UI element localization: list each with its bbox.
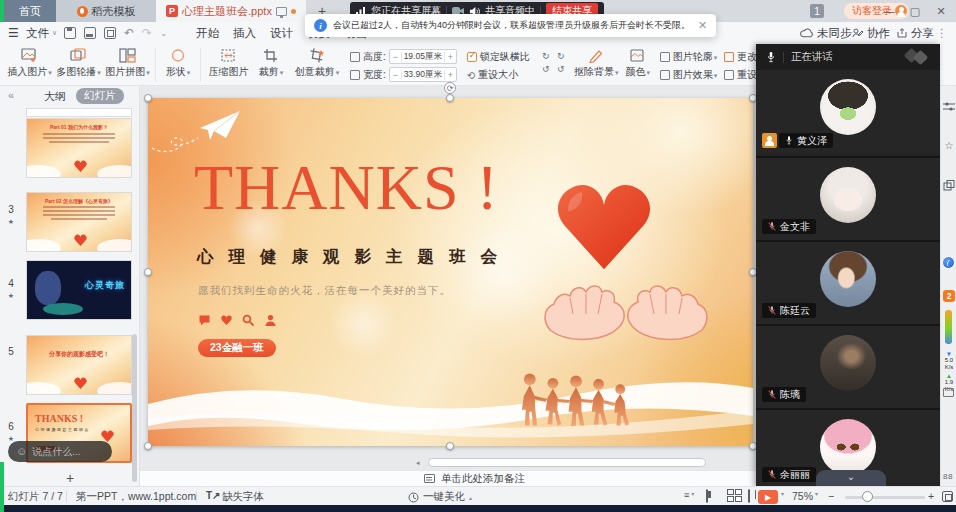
compress-picture-button[interactable]: 压缩图片 <box>205 47 252 79</box>
tab-document[interactable]: P 心理主题班会.pptx <box>156 0 306 22</box>
slideshow-play-button[interactable] <box>758 490 778 504</box>
customize-toolbar-icon[interactable]: ⌄ <box>160 29 167 38</box>
reading-view-button[interactable] <box>748 489 750 503</box>
button-label: 插入图片 <box>7 65 52 79</box>
slide-2-thumbnail-partial[interactable]: · · · <box>26 108 132 117</box>
selection-handle-w[interactable] <box>144 268 152 276</box>
maximize-button[interactable]: ▢ <box>902 0 928 22</box>
missing-font-button[interactable]: 缺失字体 <box>222 490 264 504</box>
class-badge[interactable]: 23金融一班 <box>198 339 276 357</box>
horizontal-scrollbar[interactable]: ◂ ▸ <box>416 458 760 468</box>
remove-background-button[interactable]: 抠除背景 <box>573 47 620 79</box>
screenshot-icon[interactable] <box>943 388 954 397</box>
participant-cell[interactable]: 黄义泽 <box>756 70 940 154</box>
zoom-out-button[interactable]: − <box>828 490 834 502</box>
hamburger-menu-icon[interactable]: ☰ <box>8 22 19 44</box>
width-stepper[interactable]: −33.90厘米+ <box>389 67 457 82</box>
participant-cell[interactable]: 金文非 <box>756 156 940 240</box>
slide-6-thumbnail[interactable]: 分享你的观影感受吧！ <box>26 335 132 395</box>
normal-view-button[interactable] <box>706 489 708 503</box>
participant-cell[interactable]: 陈廷云 <box>756 240 940 324</box>
grid-icon[interactable] <box>943 472 954 483</box>
menu-item-design[interactable]: 设计 <box>270 22 293 44</box>
redo-icon[interactable]: ↷ <box>142 26 152 40</box>
picture-outline-button[interactable]: 图片轮廓 <box>660 50 718 64</box>
zoom-in-button[interactable]: + <box>928 490 934 502</box>
collab-button[interactable]: 协作 <box>852 22 890 44</box>
rotate-left-icon[interactable]: ↺ <box>540 64 552 74</box>
color-button[interactable]: 颜色 <box>622 47 654 79</box>
insert-picture-button[interactable]: 插入图片 <box>6 47 53 79</box>
notification-count-badge[interactable]: 2 <box>943 290 955 302</box>
tab-template[interactable]: 稻壳模板 <box>56 0 156 22</box>
share-button[interactable]: 分享 <box>897 22 934 44</box>
height-stepper[interactable]: −19.05厘米+ <box>389 49 457 64</box>
rotate-left-90-icon[interactable]: ↺ <box>555 64 567 74</box>
selection-handle-s[interactable] <box>446 442 454 450</box>
settings-sliders-icon[interactable] <box>943 102 955 112</box>
participant-cell[interactable]: 陈璃 <box>756 324 940 408</box>
slide-3-thumbnail[interactable]: Part 01 我们为什么观影？ <box>26 118 132 178</box>
save-icon[interactable] <box>64 27 76 39</box>
new-slide-button[interactable] <box>0 470 140 486</box>
one-click-beautify-button[interactable]: 一键美化 ▴ <box>408 490 472 504</box>
tab-outline[interactable]: 大纲 <box>44 89 66 104</box>
tab-home[interactable]: 首页 <box>4 0 56 22</box>
rotate-handle[interactable] <box>444 82 456 94</box>
menu-item-insert[interactable]: 插入 <box>233 22 256 44</box>
slide-4-thumbnail[interactable]: Part 02 怎么理解《心灵奇旅》 <box>26 192 132 252</box>
participant-name: 金文非 <box>780 220 810 234</box>
zoom-slider-track[interactable] <box>845 496 925 499</box>
zoom-caret[interactable]: ▾ <box>815 490 818 497</box>
selection-handle-nw[interactable] <box>144 94 152 102</box>
star-icon[interactable]: ☆ <box>943 140 955 151</box>
sync-status[interactable]: 未同步 <box>800 22 852 44</box>
crop-button[interactable]: 裁剪 <box>254 47 288 79</box>
emoji-icon[interactable] <box>16 446 27 457</box>
notes-toggle-button[interactable]: ≡▾ <box>684 490 694 500</box>
rotate-right-90-icon[interactable]: ↻ <box>555 51 567 61</box>
menu-item-home[interactable]: 开始 <box>196 22 219 44</box>
scrollbar-thumb[interactable] <box>428 458 706 467</box>
reset-size-button[interactable]: ⟲重设大小 <box>467 68 530 82</box>
picture-effects-button[interactable]: 图片效果 <box>660 68 718 82</box>
picture-collage-button[interactable]: 图片拼图 <box>104 47 151 79</box>
tab-slides[interactable]: 幻灯片 <box>76 88 124 104</box>
rotate-right-icon[interactable]: ↻ <box>540 51 552 61</box>
print-icon[interactable] <box>84 27 96 39</box>
minimize-button[interactable]: — <box>876 0 902 22</box>
notification-close-icon[interactable] <box>698 19 707 32</box>
big-heart[interactable] <box>548 174 660 276</box>
close-button[interactable]: ✕ <box>928 0 954 22</box>
slide-5-thumbnail[interactable]: 心灵奇旅 <box>26 260 132 320</box>
creative-crop-button[interactable]: 创意裁剪 <box>290 47 344 79</box>
copy-icon[interactable] <box>943 180 955 191</box>
outline-icon <box>660 52 670 62</box>
file-menu[interactable]: 文件∨ <box>26 22 57 44</box>
multi-picture-carousel-button[interactable]: 多图轮播 <box>55 47 102 79</box>
print-preview-icon[interactable] <box>104 27 116 39</box>
slide-canvas[interactable]: THANKS ! 心理健康观影主题班会 愿我们找到生命的火花，活在每一个美好的当… <box>140 86 756 486</box>
zoom-level[interactable]: 75% <box>792 490 813 502</box>
collapse-panel-icon[interactable] <box>8 89 14 101</box>
thumbnail-scrollbar[interactable] <box>132 334 137 482</box>
lock-ratio-checkbox[interactable]: 锁定纵横比 <box>467 50 530 64</box>
slide-caption[interactable]: 愿我们找到生命的火花，活在每一个美好的当下。 <box>198 284 451 298</box>
meeting-chat-input[interactable]: 说点什么... <box>8 441 112 462</box>
more-options-icon[interactable]: ⋮ <box>936 22 948 44</box>
floating-app-icon[interactable] <box>942 256 955 269</box>
play-options-caret[interactable]: ▾ <box>781 490 784 497</box>
selection-handle-n[interactable] <box>446 94 454 102</box>
selection-handle-sw[interactable] <box>144 442 152 450</box>
undo-icon[interactable]: ↶ <box>124 26 134 40</box>
slide-title[interactable]: THANKS ! <box>194 156 499 220</box>
shapes-button[interactable]: 形状 <box>160 47 196 79</box>
scroll-left-icon[interactable]: ◂ <box>416 459 420 467</box>
notes-bar[interactable]: 单击此处添加备注 <box>140 470 756 486</box>
cupped-hands[interactable] <box>540 272 712 362</box>
fit-slide-button[interactable] <box>942 491 953 502</box>
zoom-slider-knob[interactable] <box>862 491 873 502</box>
slide-7-editing[interactable]: THANKS ! 心理健康观影主题班会 愿我们找到生命的火花，活在每一个美好的当… <box>148 98 753 446</box>
slide-subtitle[interactable]: 心理健康观影主题班会 <box>197 246 512 268</box>
notes-placeholder: 单击此处添加备注 <box>441 472 525 486</box>
